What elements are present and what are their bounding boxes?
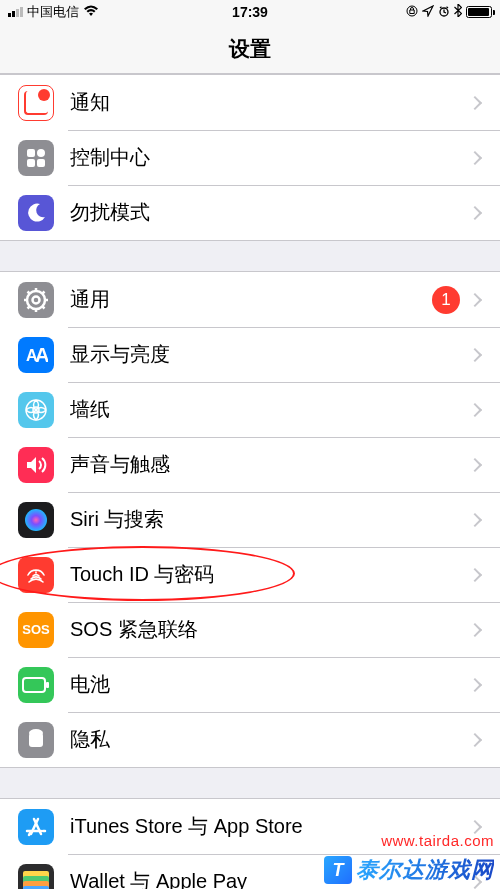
svg-rect-5 — [37, 159, 45, 167]
signal-icon — [8, 7, 23, 17]
row-label: 通用 — [70, 286, 432, 313]
settings-row-siri[interactable]: Siri 与搜索 — [0, 492, 500, 547]
wallpaper-icon — [18, 392, 70, 428]
row-label: 勿扰模式 — [70, 199, 470, 226]
row-label: iTunes Store 与 App Store — [70, 813, 470, 840]
settings-row-sos[interactable]: SOS SOS 紧急联络 — [0, 602, 500, 657]
status-left: 中国电信 — [8, 3, 99, 21]
row-label: SOS 紧急联络 — [70, 616, 470, 643]
svg-line-12 — [28, 291, 31, 294]
status-right — [406, 4, 492, 20]
wifi-icon — [83, 4, 99, 20]
settings-row-notifications[interactable]: 通知 — [0, 75, 500, 130]
settings-row-control-center[interactable]: 控制中心 — [0, 130, 500, 185]
row-label: Touch ID 与密码 — [70, 561, 470, 588]
sos-icon: SOS — [18, 612, 70, 648]
svg-rect-3 — [37, 149, 45, 157]
svg-rect-4 — [27, 159, 35, 167]
settings-row-display[interactable]: AA 显示与亮度 — [0, 327, 500, 382]
settings-row-privacy[interactable]: 隐私 — [0, 712, 500, 767]
svg-line-29 — [29, 833, 30, 835]
settings-row-dnd[interactable]: 勿扰模式 — [0, 185, 500, 240]
alarm-icon — [438, 4, 450, 20]
battery-icon — [466, 6, 492, 18]
notifications-icon — [18, 85, 70, 121]
chevron-icon — [468, 292, 482, 306]
group-gap — [0, 241, 500, 271]
wallet-icon — [18, 864, 70, 890]
dnd-icon — [18, 195, 70, 231]
row-label: 控制中心 — [70, 144, 470, 171]
row-label: 电池 — [70, 671, 470, 698]
settings-group: iTunes Store 与 App Store Wallet 与 Apple … — [0, 798, 500, 889]
carrier-label: 中国电信 — [27, 3, 79, 21]
svg-line-13 — [42, 306, 45, 309]
settings-row-battery[interactable]: 电池 — [0, 657, 500, 712]
chevron-icon — [468, 874, 482, 888]
svg-point-20 — [25, 509, 47, 531]
chevron-icon — [468, 402, 482, 416]
svg-text:A: A — [35, 345, 48, 365]
svg-line-14 — [28, 306, 31, 309]
svg-line-15 — [42, 291, 45, 294]
row-label: 显示与亮度 — [70, 341, 470, 368]
row-label: 通知 — [70, 89, 470, 116]
chevron-icon — [468, 205, 482, 219]
chevron-icon — [468, 732, 482, 746]
settings-row-sounds[interactable]: 声音与触感 — [0, 437, 500, 492]
chevron-icon — [468, 150, 482, 164]
chevron-icon — [468, 677, 482, 691]
lock-icon — [406, 4, 418, 20]
battery-icon — [18, 667, 70, 703]
settings-group: 通知 控制中心 勿扰模式 — [0, 74, 500, 241]
location-icon — [422, 4, 434, 20]
chevron-icon — [468, 457, 482, 471]
svg-rect-2 — [27, 149, 35, 157]
chevron-icon — [468, 819, 482, 833]
settings-row-wallet[interactable]: Wallet 与 Apple Pay — [0, 854, 500, 889]
chevron-icon — [468, 567, 482, 581]
sounds-icon — [18, 447, 70, 483]
svg-rect-21 — [23, 678, 45, 692]
chevron-icon — [468, 512, 482, 526]
svg-point-7 — [33, 296, 40, 303]
settings-row-general[interactable]: 通用 1 — [0, 272, 500, 327]
privacy-icon — [18, 722, 70, 758]
chevron-icon — [468, 347, 482, 361]
settings-row-appstore[interactable]: iTunes Store 与 App Store — [0, 799, 500, 854]
badge: 1 — [432, 286, 460, 314]
chevron-icon — [468, 95, 482, 109]
page-title: 设置 — [0, 24, 500, 74]
control-center-icon — [18, 140, 70, 176]
settings-row-touchid[interactable]: Touch ID 与密码 — [0, 547, 500, 602]
group-gap — [0, 768, 500, 798]
row-label: 隐私 — [70, 726, 470, 753]
settings-list[interactable]: 通知 控制中心 勿扰模式 通用 1 AA 显示与亮度 墙纸 — [0, 74, 500, 889]
touchid-icon — [18, 557, 70, 593]
settings-row-wallpaper[interactable]: 墙纸 — [0, 382, 500, 437]
siri-icon — [18, 502, 70, 538]
settings-group: 通用 1 AA 显示与亮度 墙纸 声音与触感 Siri 与搜索 Touch ID… — [0, 271, 500, 768]
status-time: 17:39 — [232, 4, 268, 20]
general-icon — [18, 282, 70, 318]
row-label: 墙纸 — [70, 396, 470, 423]
chevron-icon — [468, 622, 482, 636]
row-label: Wallet 与 Apple Pay — [70, 868, 470, 889]
row-label: 声音与触感 — [70, 451, 470, 478]
status-bar: 中国电信 17:39 — [0, 0, 500, 24]
bluetooth-icon — [454, 4, 462, 20]
appstore-icon — [18, 809, 70, 845]
row-label: Siri 与搜索 — [70, 506, 470, 533]
display-icon: AA — [18, 337, 70, 373]
svg-rect-22 — [46, 682, 49, 688]
